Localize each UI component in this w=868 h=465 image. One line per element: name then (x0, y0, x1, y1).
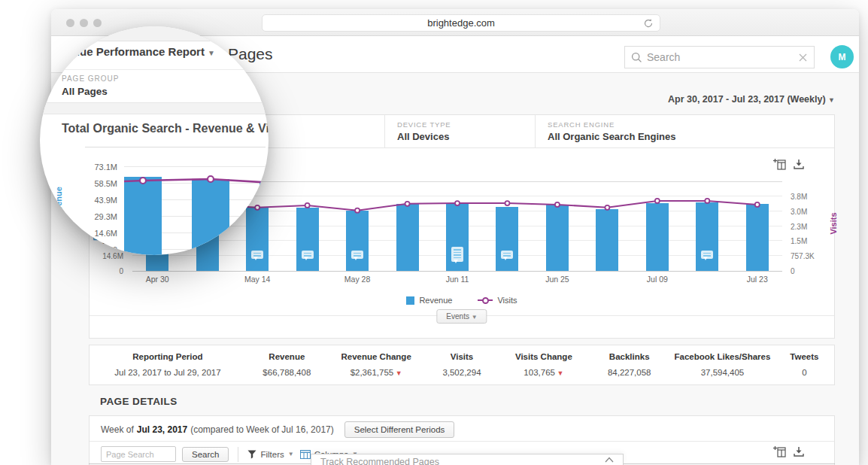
revenue-swatch-icon (406, 296, 414, 305)
funnel-icon (247, 450, 256, 459)
device-type-value: All Devices (397, 131, 535, 142)
axis-tick-label: 1.5M (791, 237, 807, 245)
search-engine-value: All Organic Search Engines (548, 131, 834, 142)
search-engine-label: SEARCH ENGINE (548, 120, 834, 129)
axis-tick-label: 757.3K (791, 252, 815, 260)
axis-tick-label: 3.0M (791, 208, 807, 216)
minimize-window-icon[interactable] (80, 19, 88, 27)
page-search-button[interactable]: Search (182, 447, 229, 462)
date-range-text: Apr 30, 2017 - Jul 23, 2017 (Weekly) (668, 94, 826, 105)
week-date: Jul 23, 2017 (137, 424, 187, 435)
chevron-up-icon[interactable] (605, 457, 614, 463)
date-range-selector[interactable]: Apr 30, 2017 - Jul 23, 2017 (Weekly) ▼ (668, 94, 835, 105)
x-axis-tick-label: Jul 09 (647, 275, 668, 284)
url-bar[interactable]: brightedge.com (262, 14, 660, 32)
zoom-window-icon[interactable] (93, 19, 102, 27)
clear-search-icon[interactable] (798, 53, 808, 62)
week-prefix: Week of (101, 424, 134, 435)
week-comparison: (compared to Week of Jul 16, 2017) (190, 424, 334, 435)
legend-visits-label: Visits (497, 296, 517, 305)
summary-header-cell: Revenue Change (328, 352, 425, 361)
summary-header-cell: Visits (424, 352, 499, 361)
table-row: Jul 23, 2017 to Jul 29, 2017$66,788,408$… (90, 368, 834, 377)
download-icon[interactable] (794, 446, 804, 457)
user-avatar[interactable]: M (830, 45, 854, 68)
filters-label: Filters (260, 450, 284, 459)
x-axis-tick-label: Jul 23 (747, 275, 768, 284)
x-axis-tick-label: Apr 30 (146, 275, 169, 284)
search-icon (631, 52, 642, 63)
page-details-actions (773, 446, 804, 457)
search-engine-filter[interactable]: SEARCH ENGINE All Organic Search Engines (535, 115, 834, 147)
axis-tick-label: 0 (791, 267, 795, 275)
avatar-initial: M (839, 52, 846, 62)
week-summary: Week of Jul 23, 2017 (compared to Week o… (101, 421, 454, 438)
visits-marker-icon (478, 299, 493, 301)
traffic-lights (66, 19, 102, 27)
search-input[interactable] (647, 51, 798, 63)
page-details-title: PAGE DETAILS (100, 396, 178, 407)
loupe-visits-line (40, 26, 269, 255)
summary-table-card: Reporting PeriodRevenueRevenue ChangeVis… (89, 345, 835, 385)
page-search-input[interactable] (101, 446, 176, 462)
url-text: brightedge.com (427, 17, 495, 29)
chart-actions (773, 159, 804, 170)
axis-tick-label: 2.3M (791, 223, 807, 231)
summary-value-cell: 37,594,405 (670, 368, 775, 377)
magnifier-loupe: Revenue Performance Report ▼ PAGE GROUP … (40, 26, 269, 255)
summary-value-cell: $66,788,408 (246, 368, 328, 377)
device-type-label: DEVICE TYPE (397, 120, 535, 129)
x-axis-tick-label: May 28 (344, 275, 370, 284)
right-axis-ticks: 0757.3K1.5M2.3M3.0M3.8M (787, 181, 820, 272)
chart-legend: Revenue Visits (90, 296, 834, 305)
x-axis-tick-label: Jun 11 (446, 275, 469, 284)
add-to-dashboard-icon[interactable] (773, 159, 786, 170)
decrease-arrow-icon: ▼ (393, 369, 402, 377)
track-panel-label: Track Recommended Pages (320, 457, 439, 465)
summary-header-cell: Visits Change (499, 352, 588, 361)
right-axis-title: Visits (829, 212, 838, 234)
axis-tick-label: 3.8M (791, 193, 807, 201)
legend-revenue-label: Revenue (419, 296, 452, 305)
download-icon[interactable] (794, 159, 804, 170)
summary-header-cell: Tweets (775, 352, 834, 361)
summary-value-cell: Jul 23, 2017 to Jul 29, 2017 (90, 368, 246, 377)
legend-item-revenue[interactable]: Revenue (406, 296, 452, 305)
close-window-icon[interactable] (66, 19, 74, 27)
columns-icon (300, 450, 311, 459)
device-type-filter[interactable]: DEVICE TYPE All Devices (384, 115, 535, 147)
summary-header-cell: Revenue (246, 352, 328, 361)
global-search[interactable] (624, 46, 815, 68)
toolbar-separator (238, 447, 238, 462)
reload-icon[interactable] (643, 18, 654, 29)
legend-item-visits[interactable]: Visits (478, 296, 517, 305)
axis-tick-label: 14.6M (102, 252, 123, 260)
summary-table-header-row: Reporting PeriodRevenueRevenue ChangeVis… (90, 352, 834, 361)
screen: brightedge.com Pages M Apr 30, 2017 - Ju… (0, 0, 868, 465)
x-axis-tick-label: May 14 (244, 275, 270, 284)
axis-tick-label: 0 (119, 267, 123, 275)
filters-button[interactable]: Filters ▼ (247, 450, 293, 459)
summary-value-cell: 3,502,294 (424, 368, 499, 377)
summary-value-cell: 103,765 ▼ (499, 368, 588, 377)
add-to-dashboard-icon[interactable] (773, 446, 786, 457)
summary-header-cell: Reporting Period (90, 352, 246, 361)
summary-header-cell: Facebook Likes/Shares (670, 352, 775, 361)
summary-value-cell: 0 (775, 368, 834, 377)
track-recommended-pages-panel[interactable]: Track Recommended Pages (311, 454, 624, 465)
x-axis-labels: Apr 30May 14May 28Jun 11Jun 25Jul 09Jul … (132, 275, 782, 285)
chevron-down-icon: ▼ (472, 314, 478, 321)
summary-value-cell: 84,227,058 (588, 368, 670, 377)
events-button-label: Events (446, 312, 469, 321)
summary-value-cell: $2,361,755 ▼ (328, 368, 425, 377)
summary-header-cell: Backlinks (588, 352, 670, 361)
decrease-arrow-icon: ▼ (555, 369, 563, 377)
events-button[interactable]: Events ▼ (436, 309, 487, 324)
toolbar-divider (90, 441, 834, 442)
x-axis-tick-label: Jun 25 (545, 275, 569, 284)
chevron-down-icon: ▼ (828, 96, 835, 104)
select-different-periods-button[interactable]: Select Different Periods (344, 421, 455, 438)
chevron-down-icon: ▼ (288, 451, 294, 457)
